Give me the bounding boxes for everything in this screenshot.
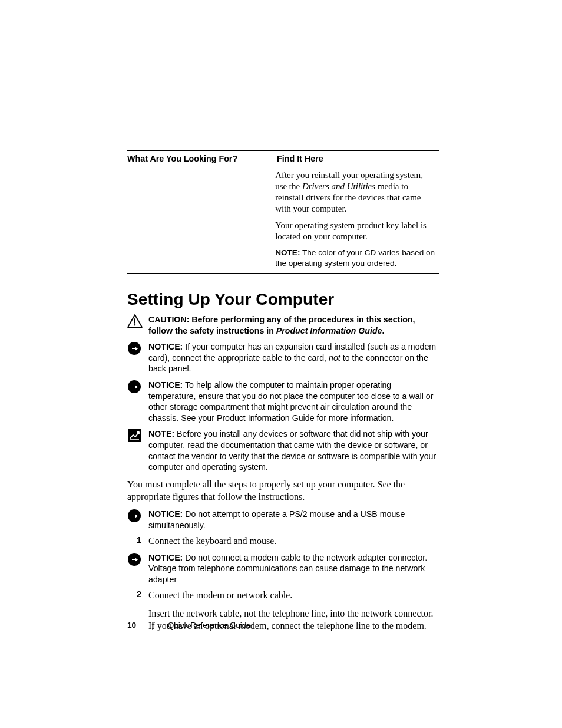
notice-block: NOTICE: Do not connect a modem cable to …	[127, 552, 439, 585]
table-body-row: After you reinstall your operating syste…	[127, 166, 439, 273]
notice-label: NOTICE:	[148, 380, 183, 390]
notice-block: NOTICE: Do not attempt to operate a PS/2…	[127, 509, 439, 531]
text-run: Do not connect a modem cable to the netw…	[148, 553, 427, 584]
text-run: To help allow the computer to maintain p…	[148, 380, 433, 423]
note-text: NOTE: Before you install any devices or …	[148, 429, 439, 472]
text-run: .	[382, 326, 385, 335]
page-footer: 10 | Quick Reference Guide	[127, 621, 251, 630]
notice-text: NOTICE: To help allow the computer to ma…	[148, 380, 439, 423]
text-italic: not	[329, 353, 343, 363]
notice-label: NOTICE:	[148, 342, 183, 351]
notice-text: NOTICE: Do not attempt to operate a PS/2…	[148, 509, 439, 531]
step-number: 1	[127, 535, 148, 547]
caution-block: CAUTION: Before performing any of the pr…	[127, 314, 439, 336]
notice-block: NOTICE: If your computer has an expansio…	[127, 341, 439, 374]
notice-label: NOTICE:	[148, 553, 183, 562]
table-header-row: What Are You Looking For? Find It Here	[127, 151, 439, 166]
notice-text: NOTICE: If your computer has an expansio…	[148, 341, 439, 374]
notice-block: NOTICE: To help allow the computer to ma…	[127, 380, 439, 423]
caution-label: CAUTION:	[148, 315, 191, 324]
notice-text: NOTICE: Do not connect a modem cable to …	[148, 552, 439, 585]
notice-icon	[127, 509, 148, 531]
note-label: NOTE:	[275, 248, 300, 257]
document-page: What Are You Looking For? Find It Here A…	[0, 0, 562, 728]
caution-text: CAUTION: Before performing any of the pr…	[148, 314, 439, 336]
notice-icon	[127, 552, 148, 585]
body-paragraph: You must complete all the steps to prope…	[127, 478, 439, 503]
notice-label: NOTICE:	[148, 509, 183, 519]
reinstall-paragraph: After you reinstall your operating syste…	[275, 170, 435, 215]
section-heading: Setting Up Your Computer	[127, 290, 439, 309]
caution-icon	[127, 314, 148, 336]
text-run: Before you install any devices or softwa…	[148, 429, 436, 472]
step-main: Connect the modem or network cable.	[148, 590, 292, 600]
note-cd-color: NOTE: The color of your CD varies based …	[275, 248, 435, 268]
text-bold-italic: Product Information Guide	[276, 326, 382, 335]
note-icon	[127, 429, 148, 472]
table-cell-right: After you reinstall your operating syste…	[275, 170, 439, 268]
text-italic: Drivers and Utilities	[302, 182, 375, 191]
footer-title: Quick Reference Guide	[168, 621, 251, 630]
svg-point-1	[134, 324, 136, 326]
table-header-left: What Are You Looking For?	[127, 154, 277, 163]
notice-icon	[127, 380, 148, 423]
lookup-table: What Are You Looking For? Find It Here A…	[127, 150, 439, 274]
step-row: 1 Connect the keyboard and mouse.	[127, 535, 439, 547]
text-run: Do not attempt to operate a PS/2 mouse a…	[148, 509, 405, 530]
notice-icon	[127, 341, 148, 374]
step-text: Connect the keyboard and mouse.	[148, 535, 439, 547]
note-label: NOTE:	[148, 429, 174, 439]
table-cell-left	[127, 170, 275, 268]
table-header-right: Find It Here	[277, 154, 439, 163]
footer-separator: |	[151, 621, 154, 630]
product-key-paragraph: Your operating system product key label …	[275, 220, 435, 242]
page-number: 10	[127, 621, 136, 630]
note-block: NOTE: Before you install any devices or …	[127, 429, 439, 472]
